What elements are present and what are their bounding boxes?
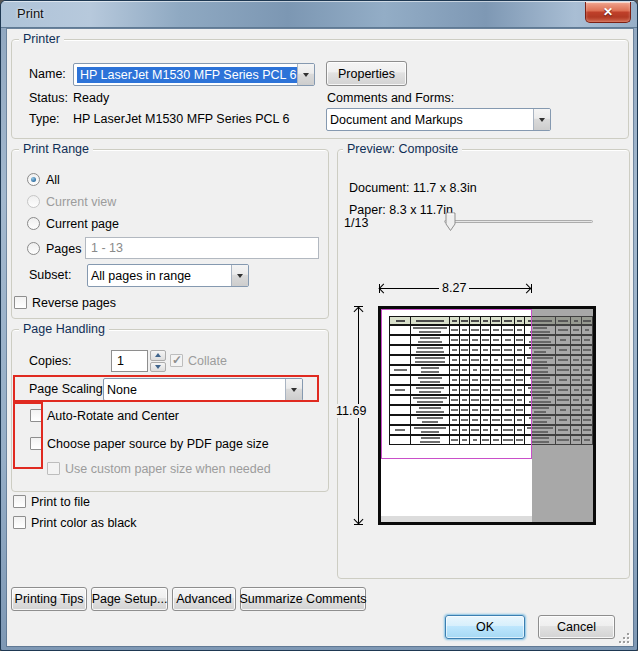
- pages-radio[interactable]: [27, 242, 40, 255]
- close-button[interactable]: ✕: [585, 2, 631, 23]
- summarize-comments-button[interactable]: Summarize Comments: [240, 587, 366, 611]
- resize-grip[interactable]: [619, 633, 621, 635]
- print-to-file-label[interactable]: Print to file: [31, 495, 90, 509]
- print-range-group-label: Print Range: [19, 142, 93, 156]
- clipped-region-overlay: [532, 309, 593, 522]
- stepper-down-button[interactable]: [150, 362, 166, 373]
- custom-paper-label: Use custom paper size when needed: [65, 462, 271, 476]
- stepper-up-button[interactable]: [150, 350, 166, 361]
- preview-paper-size: Paper: 8.3 x 11.7in: [349, 203, 453, 217]
- paper-source-label[interactable]: Choose paper source by PDF page size: [47, 437, 269, 451]
- page-bottom-shade: [381, 516, 532, 522]
- preview-page-indicator: 1/13: [344, 216, 368, 230]
- advanced-button[interactable]: Advanced: [172, 587, 236, 611]
- preview-page: [378, 306, 596, 525]
- page-setup-button[interactable]: Page Setup...: [91, 587, 168, 611]
- height-dim-label: 11.69: [333, 404, 369, 418]
- preview-group-label: Preview: Composite: [343, 142, 462, 156]
- subset-combo-arrow[interactable]: [231, 265, 248, 286]
- printer-type-value: HP LaserJet M1530 MFP Series PCL 6: [73, 112, 290, 126]
- printer-name-combo[interactable]: HP LaserJet M1530 MFP Series PCL 6: [73, 63, 315, 86]
- comments-forms-label: Comments and Forms:: [327, 91, 454, 105]
- printing-tips-button[interactable]: Printing Tips: [11, 587, 87, 611]
- print-dialog: Print ✕ Printer Name: HP LaserJet M1530 …: [0, 0, 638, 651]
- copies-label: Copies:: [29, 354, 71, 368]
- custom-paper-checkbox: [47, 462, 60, 475]
- copies-input[interactable]: 1: [111, 350, 148, 372]
- close-icon: ✕: [603, 6, 613, 18]
- ok-button[interactable]: OK: [445, 615, 525, 639]
- printer-status-label: Status:: [29, 91, 68, 105]
- annotation-rect-page-scaling: [13, 375, 319, 402]
- document-bounds-outline: [381, 309, 532, 459]
- annotation-rect-checkboxes: [13, 402, 43, 469]
- all-radio-label[interactable]: All: [46, 173, 60, 187]
- printer-status-value: Ready: [73, 91, 109, 105]
- printer-name-combo-arrow[interactable]: [297, 64, 314, 85]
- window-title: Print: [17, 6, 44, 21]
- chevron-down-icon: [539, 118, 545, 122]
- reverse-pages-label[interactable]: Reverse pages: [32, 296, 116, 310]
- collate-checkbox: [170, 354, 183, 367]
- comments-forms-combo[interactable]: Document and Markups: [326, 108, 551, 131]
- chevron-down-icon: [237, 274, 243, 278]
- print-color-black-label[interactable]: Print color as black: [31, 516, 137, 530]
- printer-group-label: Printer: [19, 32, 64, 46]
- page-handling-group-label: Page Handling: [19, 322, 109, 336]
- print-color-black-checkbox[interactable]: [13, 516, 26, 529]
- chevron-down-icon: [303, 73, 309, 77]
- print-to-file-checkbox[interactable]: [13, 495, 26, 508]
- printer-type-label: Type:: [29, 112, 60, 126]
- current-view-radio: [27, 195, 40, 208]
- page-slider-thumb[interactable]: [445, 212, 457, 232]
- copies-stepper[interactable]: [150, 350, 166, 372]
- arrow-up-icon: [155, 353, 161, 357]
- page-slider-track[interactable]: [444, 220, 593, 223]
- printer-name-label: Name:: [29, 67, 66, 81]
- collate-label: Collate: [188, 354, 227, 368]
- pages-radio-label[interactable]: Pages: [46, 242, 81, 256]
- width-dim-label: 8.27: [439, 281, 469, 295]
- reverse-pages-checkbox[interactable]: [14, 296, 27, 309]
- auto-rotate-label[interactable]: Auto-Rotate and Center: [47, 409, 179, 423]
- comments-forms-combo-arrow[interactable]: [533, 109, 550, 130]
- current-page-radio[interactable]: [27, 217, 40, 230]
- current-page-label[interactable]: Current page: [46, 217, 119, 231]
- all-radio[interactable]: [27, 173, 40, 186]
- title-bar[interactable]: Print: [1, 1, 638, 28]
- preview-document-size: Document: 11.7 x 8.3in: [349, 181, 477, 195]
- properties-button[interactable]: Properties: [326, 61, 407, 86]
- cancel-button[interactable]: Cancel: [538, 615, 615, 639]
- subset-combo[interactable]: All pages in range: [87, 264, 249, 287]
- subset-value: All pages in range: [88, 265, 231, 286]
- pages-input[interactable]: 1 - 13: [85, 237, 319, 259]
- arrow-down-icon: [155, 365, 161, 369]
- comments-forms-value: Document and Markups: [327, 109, 533, 130]
- current-view-label: Current view: [46, 195, 116, 209]
- printer-name-value: HP LaserJet M1530 MFP Series PCL 6: [77, 67, 297, 83]
- subset-label: Subset:: [29, 268, 71, 282]
